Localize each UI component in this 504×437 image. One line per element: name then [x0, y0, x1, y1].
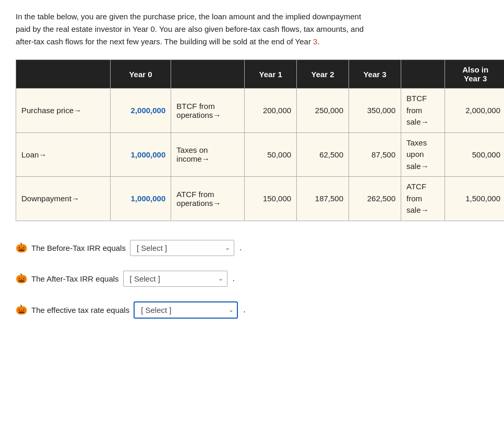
select-effective-tax-rate[interactable]: [ Select ] — [134, 301, 238, 319]
header-year3: Year 3 — [349, 60, 401, 89]
row-y2-1: 62,500 — [297, 132, 349, 177]
row-y2-2: 187,500 — [297, 177, 349, 221]
header-year1: Year 1 — [245, 60, 297, 89]
header-year0: Year 0 — [110, 60, 171, 89]
row-side-0: BTCFfromsale→ — [401, 89, 445, 133]
question-label-0: The Before-Tax IRR equals — [31, 244, 126, 252]
row-y3-1: 87,500 — [349, 132, 401, 177]
pumpkin-icon-1: 🎃 — [16, 273, 27, 284]
header-empty-2 — [171, 60, 245, 89]
question-row-before-tax-irr: 🎃 The Before-Tax IRR equals [ Select ] ⌄… — [16, 240, 488, 256]
intro-text-4: . — [317, 37, 319, 46]
row-value-1: 1,000,000 — [110, 132, 171, 177]
header-also-year3: Also inYear 3 — [445, 60, 504, 89]
header-year2: Year 2 — [297, 60, 349, 89]
row-side-1: Taxesuponsale→ — [401, 132, 445, 177]
row-also-1: 500,000 — [445, 132, 504, 177]
intro-text-1: In the table below, you are given the pu… — [16, 12, 361, 21]
pumpkin-icon-0: 🎃 — [16, 242, 27, 253]
row-y1-1: 50,000 — [245, 132, 297, 177]
select-wrapper-after-tax-irr: [ Select ] ⌄ — [123, 271, 227, 287]
question-label-1: The After-Tax IRR equals — [31, 274, 119, 283]
financial-table: Year 0 Year 1 Year 2 Year 3 Also inYear … — [16, 59, 504, 221]
table-row-0: Purchase price→ 2,000,000 BTCF fromopera… — [16, 89, 505, 133]
row-y1-2: 150,000 — [245, 177, 297, 221]
questions-section: 🎃 The Before-Tax IRR equals [ Select ] ⌄… — [16, 240, 488, 319]
row-side-2: ATCFfromsale→ — [401, 177, 445, 221]
pumpkin-icon-2: 🎃 — [16, 304, 27, 315]
header-empty-1 — [16, 60, 111, 89]
intro-paragraph: In the table below, you are given the pu… — [16, 10, 488, 48]
row-y3-2: 262,500 — [349, 177, 401, 221]
intro-text-3: after-tax cash flows for the next few ye… — [16, 37, 313, 46]
row-desc-0: BTCF fromoperations→ — [171, 89, 245, 133]
period-1: . — [233, 274, 235, 283]
select-before-tax-irr[interactable]: [ Select ] — [130, 240, 234, 256]
table-row-2: Downpayment→ 1,000,000 ATCF fromoperatio… — [16, 177, 505, 221]
question-label-2: The effective tax rate equals — [31, 306, 129, 314]
row-y2-0: 250,000 — [297, 89, 349, 133]
table-header-row: Year 0 Year 1 Year 2 Year 3 Also inYear … — [16, 60, 505, 89]
question-row-after-tax-irr: 🎃 The After-Tax IRR equals [ Select ] ⌄ … — [16, 271, 488, 287]
row-also-2: 1,500,000 — [445, 177, 504, 221]
period-0: . — [239, 243, 242, 252]
row-value-0: 2,000,000 — [110, 89, 171, 133]
row-value-2: 1,000,000 — [110, 177, 171, 221]
row-desc-2: ATCF fromoperations→ — [171, 177, 245, 221]
header-empty-3 — [401, 60, 445, 89]
select-after-tax-irr[interactable]: [ Select ] — [123, 271, 227, 287]
row-desc-1: Taxes onincome→ — [171, 132, 245, 177]
row-label-0: Purchase price→ — [16, 89, 111, 133]
row-also-0: 2,000,000 — [445, 89, 504, 133]
row-label-1: Loan→ — [16, 132, 111, 177]
select-wrapper-effective-tax-rate: [ Select ] ⌄ — [134, 301, 238, 319]
table-row-1: Loan→ 1,000,000 Taxes onincome→ 50,000 6… — [16, 132, 505, 177]
intro-text-2: paid by the real estate investor in Year… — [16, 25, 364, 33]
question-row-effective-tax-rate: 🎃 The effective tax rate equals [ Select… — [16, 301, 488, 319]
row-y1-0: 200,000 — [245, 89, 297, 133]
period-2: . — [243, 305, 245, 314]
row-label-2: Downpayment→ — [16, 177, 111, 221]
row-y3-0: 350,000 — [349, 89, 401, 133]
select-wrapper-before-tax-irr: [ Select ] ⌄ — [130, 240, 234, 256]
